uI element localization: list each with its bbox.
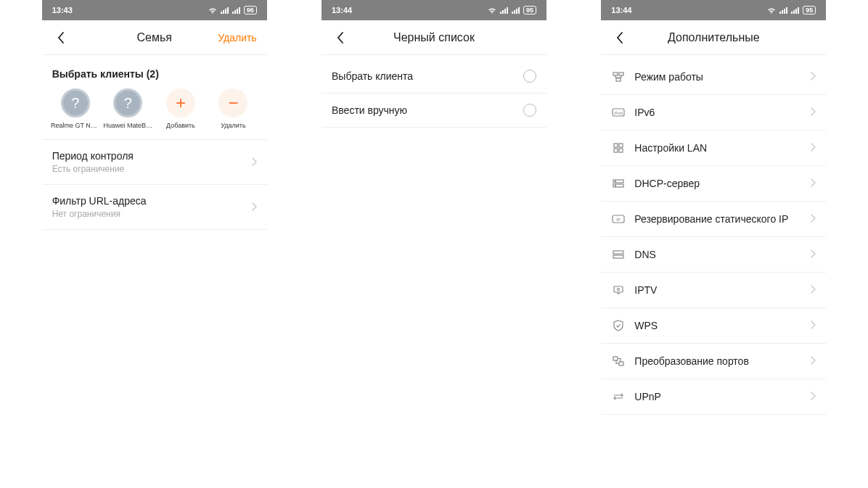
status-icons: 96: [208, 6, 257, 15]
item-title: WPS: [634, 320, 802, 331]
iptv-item[interactable]: IPTV: [601, 273, 826, 308]
item-subtitle: Есть ограничение: [52, 164, 243, 174]
chevron-right-icon: [811, 284, 816, 297]
svg-rect-7: [239, 7, 240, 14]
static-ip-item[interactable]: IPРезервирование статического IP: [601, 202, 826, 237]
ipv6-item[interactable]: IPv6IPv6: [601, 95, 826, 131]
network-icon: [611, 70, 626, 84]
svg-rect-11: [507, 7, 508, 14]
status-bar: 13:43 96: [42, 0, 267, 20]
svg-rect-14: [516, 9, 517, 14]
chevron-right-icon: [811, 212, 816, 226]
svg-rect-30: [619, 144, 623, 147]
remove-label: Удалить: [221, 122, 245, 129]
status-bar: 13:44 95: [601, 0, 826, 20]
item-title: Преобразование портов: [634, 355, 802, 367]
svg-rect-16: [779, 12, 781, 14]
battery-indicator: 95: [523, 6, 536, 15]
chevron-right-icon: [811, 177, 816, 190]
navbar: Дополнительные: [601, 20, 826, 55]
svg-rect-10: [504, 9, 506, 14]
control-period-item[interactable]: Период контроля Есть ограничение: [42, 140, 267, 185]
svg-rect-25: [619, 73, 623, 75]
back-button[interactable]: [332, 29, 349, 46]
signal-icon: [500, 7, 509, 14]
svg-rect-43: [613, 357, 618, 360]
status-time: 13:44: [332, 6, 352, 15]
svg-rect-2: [225, 9, 226, 14]
chevron-left-icon: [337, 32, 344, 44]
signal-icon: [779, 7, 788, 14]
svg-rect-41: [614, 286, 623, 292]
svg-rect-17: [782, 10, 783, 14]
navbar: Семья Удалить: [42, 20, 267, 55]
radio-icon[interactable]: [523, 70, 536, 83]
ipv6-icon: IPv6: [611, 105, 626, 120]
svg-text:IPv6: IPv6: [614, 111, 623, 115]
page-title: Дополнительные: [601, 31, 826, 44]
status-bar: 13:44 95: [322, 0, 546, 20]
svg-rect-0: [221, 12, 222, 14]
svg-rect-31: [614, 149, 618, 152]
svg-rect-26: [616, 78, 621, 81]
dhcp-item[interactable]: DHCP-сервер: [601, 166, 826, 202]
screen-family: 13:43 96 Семья Удалить Выбрать клиенты (…: [42, 0, 267, 488]
manual-entry-item[interactable]: Ввести вручную: [322, 94, 546, 128]
client-device[interactable]: ? Realme GT Neo...: [49, 88, 102, 129]
add-client-button[interactable]: + Добавить: [155, 88, 208, 129]
question-icon: ?: [113, 88, 142, 117]
tv-icon: [611, 283, 626, 297]
minus-icon: −: [218, 88, 247, 117]
screen-advanced: 13:44 95 Дополнительные Режим работыIPv6…: [601, 0, 826, 488]
mode-item[interactable]: Режим работы: [601, 59, 826, 95]
item-title: Период контроля: [52, 150, 243, 162]
item-title: UPnP: [634, 391, 802, 402]
dns-item[interactable]: DNS: [601, 237, 826, 273]
chevron-left-icon: [57, 32, 65, 44]
chevron-left-icon: [616, 32, 623, 44]
item-title: IPv6: [634, 107, 802, 118]
chevron-right-icon: [811, 319, 816, 332]
svg-rect-9: [502, 10, 504, 14]
upnp-item[interactable]: UPnP: [601, 379, 826, 415]
svg-rect-24: [613, 73, 618, 75]
back-button[interactable]: [611, 29, 629, 46]
item-title: Фильтр URL-адреса: [52, 195, 243, 207]
delete-action[interactable]: Удалить: [218, 32, 256, 44]
swap-icon: [611, 354, 626, 368]
wps-item[interactable]: WPS: [601, 308, 826, 344]
signal-icon-2: [512, 7, 520, 14]
svg-rect-23: [798, 7, 799, 14]
svg-rect-40: [613, 255, 623, 258]
status-time: 13:44: [611, 6, 631, 15]
url-filter-item[interactable]: Фильтр URL-адреса Нет ограничения: [42, 185, 267, 230]
client-device[interactable]: ? Huawei MateBo...: [102, 88, 155, 129]
item-title: IPTV: [634, 284, 802, 296]
select-client-item[interactable]: Выбрать клиента: [322, 59, 546, 94]
svg-rect-22: [795, 9, 797, 14]
back-button[interactable]: [52, 29, 70, 46]
lan-item[interactable]: Настройки LAN: [601, 131, 826, 166]
question-icon: ?: [61, 88, 90, 117]
svg-rect-3: [227, 7, 229, 14]
chevron-right-icon: [811, 248, 816, 261]
shield-icon: [611, 318, 626, 333]
grid-icon: [611, 141, 626, 155]
remove-client-button[interactable]: − Удалить: [207, 88, 260, 129]
svg-rect-19: [786, 7, 787, 14]
chevron-right-icon: [252, 201, 257, 214]
server-icon: [611, 176, 626, 191]
svg-rect-12: [512, 12, 513, 14]
svg-point-35: [615, 181, 616, 181]
item-title: Настройки LAN: [634, 142, 802, 154]
svg-text:IP: IP: [616, 218, 621, 222]
radio-icon[interactable]: [523, 104, 536, 117]
item-title: Режим работы: [634, 71, 802, 83]
svg-rect-1: [223, 10, 224, 14]
wifi-icon: [487, 7, 497, 14]
item-title: Ввести вручную: [332, 104, 515, 116]
status-icons: 95: [766, 6, 816, 15]
client-label: Huawei MateBo...: [103, 122, 152, 129]
port-forward-item[interactable]: Преобразование портов: [601, 344, 826, 379]
svg-rect-44: [619, 362, 623, 365]
